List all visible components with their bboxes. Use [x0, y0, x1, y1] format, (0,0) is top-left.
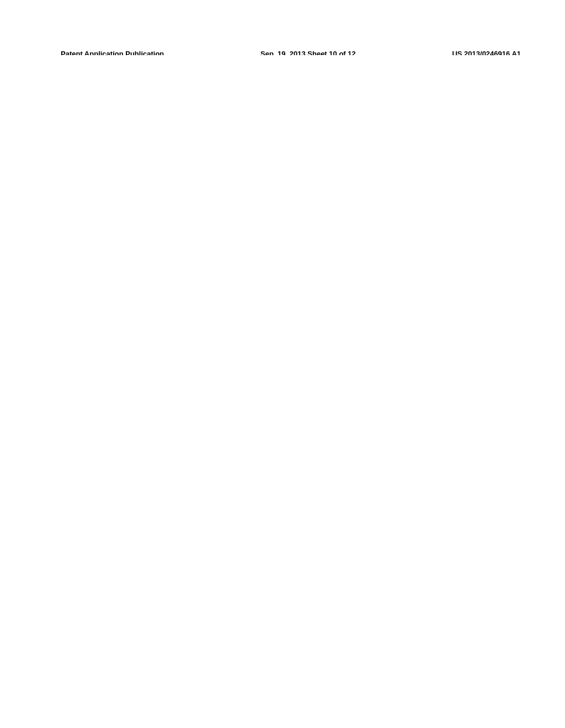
header-mid: Sep. 19, 2013 Sheet 10 of 12	[260, 50, 356, 55]
header-left: Patent Application Publication	[61, 50, 164, 55]
patent-header: Patent Application Publication Sep. 19, …	[61, 50, 521, 55]
header-right: US 2013/0246916 A1	[452, 50, 521, 55]
